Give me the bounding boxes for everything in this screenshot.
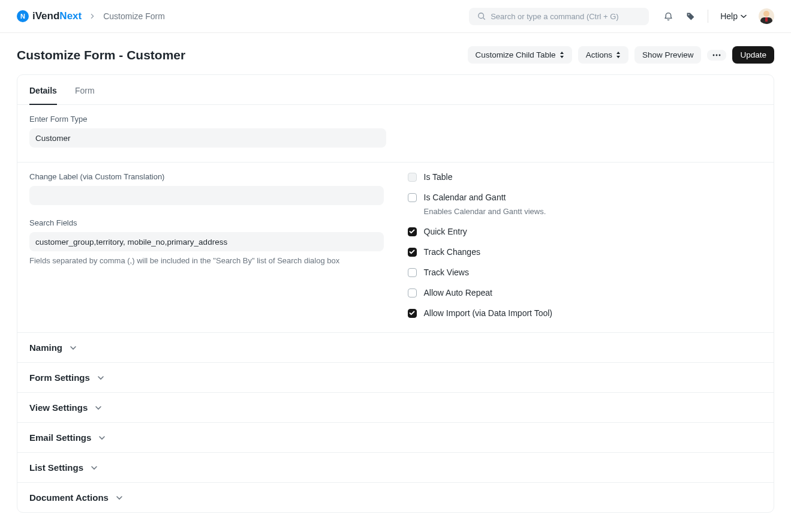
track-views-label: Track Views <box>424 267 469 277</box>
accordion-document-actions[interactable]: Document Actions <box>17 482 774 512</box>
is-table-checkbox <box>408 173 417 182</box>
chevron-down-icon <box>116 495 123 500</box>
sort-icon <box>560 52 564 58</box>
change-label-input[interactable] <box>29 186 384 205</box>
search-fields-input[interactable] <box>29 232 384 251</box>
allow-import-label: Allow Import (via Data Import Tool) <box>424 308 552 318</box>
global-search-input[interactable]: Search or type a command (Ctrl + G) <box>469 8 649 25</box>
search-placeholder: Search or type a command (Ctrl + G) <box>491 12 619 21</box>
accordion-form-settings[interactable]: Form Settings <box>17 362 774 392</box>
allow-auto-repeat-label: Allow Auto Repeat <box>424 288 492 297</box>
help-dropdown[interactable]: Help <box>720 11 747 21</box>
allow-auto-repeat-checkbox[interactable] <box>408 288 417 297</box>
tag-icon[interactable] <box>685 11 696 22</box>
svg-point-1 <box>688 14 690 15</box>
quick-entry-label: Quick Entry <box>424 227 467 236</box>
actions-button[interactable]: Actions <box>578 46 628 64</box>
svg-point-3 <box>716 54 718 56</box>
divider <box>708 10 708 23</box>
chevron-right-icon <box>90 11 95 21</box>
chevron-down-icon <box>741 14 747 19</box>
chevron-down-icon <box>91 465 98 470</box>
is-calendar-gantt-label: Is Calendar and Gantt <box>424 193 506 202</box>
customize-child-table-button[interactable]: Customize Child Table <box>468 46 572 64</box>
accordion-naming[interactable]: Naming <box>17 332 774 362</box>
chevron-down-icon <box>97 375 104 380</box>
show-preview-button[interactable]: Show Preview <box>634 46 702 64</box>
track-views-checkbox[interactable] <box>408 268 417 277</box>
is-calendar-gantt-help: Enables Calendar and Gantt views. <box>424 207 762 216</box>
notifications-icon[interactable] <box>663 11 673 22</box>
help-label: Help <box>720 11 738 21</box>
brand-logo[interactable]: N iVendNext <box>17 10 82 22</box>
accordion-email-settings[interactable]: Email Settings <box>17 422 774 452</box>
tab-form[interactable]: Form <box>75 86 95 105</box>
sort-icon <box>616 52 621 58</box>
search-fields-label: Search Fields <box>29 218 384 227</box>
is-table-label: Is Table <box>424 172 453 182</box>
search-icon <box>477 12 486 20</box>
chevron-down-icon <box>70 345 77 350</box>
chevron-down-icon <box>98 435 106 440</box>
track-changes-checkbox[interactable] <box>408 248 417 257</box>
ellipsis-icon <box>712 54 721 56</box>
svg-point-4 <box>719 54 721 56</box>
more-button[interactable] <box>707 50 726 61</box>
track-changes-label: Track Changes <box>424 247 480 257</box>
is-calendar-gantt-checkbox[interactable] <box>408 193 417 202</box>
svg-point-2 <box>713 54 715 56</box>
breadcrumb[interactable]: Customize Form <box>103 11 165 21</box>
brand-part1: iVend <box>32 10 59 22</box>
brand-part2: Next <box>59 10 82 22</box>
enter-form-type-label: Enter Form Type <box>29 115 762 124</box>
brand-logo-icon: N <box>17 10 29 22</box>
tab-details[interactable]: Details <box>29 86 57 105</box>
accordion-list-settings[interactable]: List Settings <box>17 452 774 482</box>
search-fields-help: Fields separated by comma (,) will be in… <box>29 256 384 265</box>
user-avatar[interactable] <box>759 8 774 24</box>
change-label-label: Change Label (via Custom Translation) <box>29 172 384 181</box>
chevron-down-icon <box>95 405 102 410</box>
accordion-view-settings[interactable]: View Settings <box>17 392 774 422</box>
allow-import-checkbox[interactable] <box>408 309 417 318</box>
update-button[interactable]: Update <box>732 46 774 64</box>
enter-form-type-input[interactable] <box>29 128 386 148</box>
quick-entry-checkbox[interactable] <box>408 227 417 236</box>
page-title: Customize Form - Customer <box>17 48 185 62</box>
